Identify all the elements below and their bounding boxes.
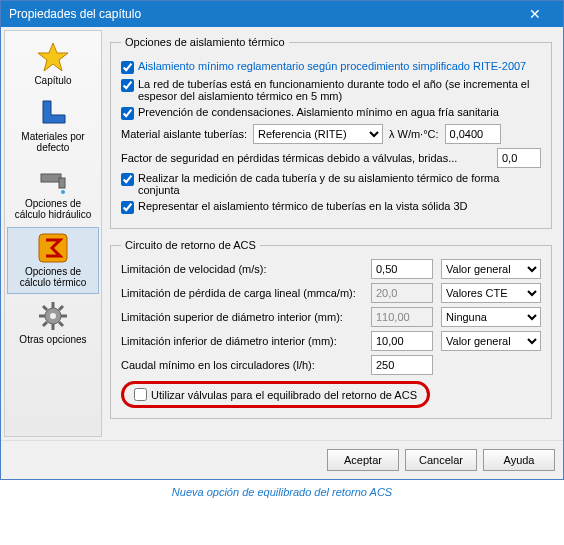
row2-input xyxy=(371,307,433,327)
row1-label: Limitación de pérdida de carga lineal (m… xyxy=(121,287,363,299)
cancel-button[interactable]: Cancelar xyxy=(405,449,477,471)
factor-input[interactable] xyxy=(497,148,541,168)
chk-valves-box[interactable] xyxy=(134,388,147,401)
svg-point-3 xyxy=(61,190,65,194)
svg-rect-2 xyxy=(59,178,65,188)
chk-rite-link[interactable]: Aislamiento mínimo reglamentario según p… xyxy=(138,60,526,72)
lambda-input[interactable] xyxy=(445,124,501,144)
ok-button[interactable]: Aceptar xyxy=(327,449,399,471)
acs-group: Circuito de retorno de ACS Limitación de… xyxy=(110,239,552,419)
svg-line-14 xyxy=(59,306,63,310)
chk-year-label: La red de tuberías está en funcionamient… xyxy=(138,78,541,102)
chk-3d-box[interactable] xyxy=(121,201,134,214)
help-button[interactable]: Ayuda xyxy=(483,449,555,471)
svg-marker-0 xyxy=(38,43,68,71)
chk-3d[interactable]: Representar el aislamiento térmico de tu… xyxy=(121,200,541,214)
row3-label: Limitación inferior de diámetro interior… xyxy=(121,335,363,347)
sidebar-item-other[interactable]: Otras opciones xyxy=(7,296,99,350)
chk-measurement-box[interactable] xyxy=(121,173,134,186)
sidebar: Capítulo Materiales por defecto Opciones… xyxy=(4,30,102,437)
highlight-ring: Utilizar válvulas para el equilibrado de… xyxy=(121,381,430,408)
chk-3d-label: Representar el aislamiento térmico de tu… xyxy=(138,200,541,212)
gear-icon xyxy=(37,300,69,332)
main-panel: Opciones de aislamiento térmico Aislamie… xyxy=(102,30,560,437)
button-bar: Aceptar Cancelar Ayuda xyxy=(1,440,563,479)
row1-combo[interactable]: Valores CTE xyxy=(441,283,541,303)
chk-valves-label: Utilizar válvulas para el equilibrado de… xyxy=(151,389,417,401)
chk-year-box[interactable] xyxy=(121,79,134,92)
lambda-label: λ W/m·°C: xyxy=(389,128,439,140)
svg-line-11 xyxy=(43,306,47,310)
sidebar-item-label: Capítulo xyxy=(34,75,71,87)
acs-grid: Limitación de velocidad (m/s): Valor gen… xyxy=(121,259,541,375)
sidebar-item-thermal[interactable]: Opciones de cálculo térmico xyxy=(7,227,99,294)
row0-combo[interactable]: Valor general xyxy=(441,259,541,279)
acs-legend: Circuito de retorno de ACS xyxy=(121,239,260,251)
chk-condensation-box[interactable] xyxy=(121,107,134,120)
caudal-input[interactable] xyxy=(371,355,433,375)
sidebar-item-label: Opciones de cálculo térmico xyxy=(10,266,96,289)
chk-rite-box[interactable] xyxy=(121,61,134,74)
chk-measurement[interactable]: Realizar la medición de cada tubería y d… xyxy=(121,172,541,196)
sidebar-item-label: Materiales por defecto xyxy=(9,131,97,154)
row0-label: Limitación de velocidad (m/s): xyxy=(121,263,363,275)
chk-condensation[interactable]: Prevención de condensaciones. Aislamient… xyxy=(121,106,541,120)
row2-label: Limitación superior de diámetro interior… xyxy=(121,311,363,323)
pipe-icon xyxy=(37,97,69,129)
row0-input[interactable] xyxy=(371,259,433,279)
svg-point-6 xyxy=(50,313,56,319)
window-title: Propiedades del capítulo xyxy=(9,7,515,21)
row3-input[interactable] xyxy=(371,331,433,351)
star-icon xyxy=(37,41,69,73)
row1-input xyxy=(371,283,433,303)
close-icon[interactable]: ✕ xyxy=(515,4,555,24)
figure-caption: Nueva opción de equilibrado del retorno … xyxy=(0,480,564,504)
svg-line-13 xyxy=(43,322,47,326)
chk-condensation-label: Prevención de condensaciones. Aislamient… xyxy=(138,106,541,118)
thermal-legend: Opciones de aislamiento térmico xyxy=(121,36,289,48)
svg-line-12 xyxy=(59,322,63,326)
chk-rite[interactable]: Aislamiento mínimo reglamentario según p… xyxy=(121,60,541,74)
sidebar-item-hydraulic[interactable]: Opciones de cálculo hidráulico xyxy=(7,160,99,225)
factor-label: Factor de seguridad en pérdidas térmicas… xyxy=(121,152,491,164)
sidebar-item-materials[interactable]: Materiales por defecto xyxy=(7,93,99,158)
caudal-label: Caudal mínimo en los circuladores (l/h): xyxy=(121,359,363,371)
thermal-group: Opciones de aislamiento térmico Aislamie… xyxy=(110,36,552,229)
svg-rect-1 xyxy=(41,174,61,182)
chk-year[interactable]: La red de tuberías está en funcionamient… xyxy=(121,78,541,102)
material-combo[interactable]: Referencia (RITE) xyxy=(253,124,383,144)
sidebar-item-label: Opciones de cálculo hidráulico xyxy=(9,198,97,221)
sigma-icon xyxy=(37,232,69,264)
faucet-icon xyxy=(37,164,69,196)
sidebar-item-label: Otras opciones xyxy=(19,334,86,346)
chk-measurement-label: Realizar la medición de cada tubería y d… xyxy=(138,172,541,196)
material-label: Material aislante tuberías: xyxy=(121,128,247,140)
row2-combo[interactable]: Ninguna xyxy=(441,307,541,327)
titlebar: Propiedades del capítulo ✕ xyxy=(1,1,563,27)
sidebar-item-chapter[interactable]: Capítulo xyxy=(7,37,99,91)
row3-combo[interactable]: Valor general xyxy=(441,331,541,351)
